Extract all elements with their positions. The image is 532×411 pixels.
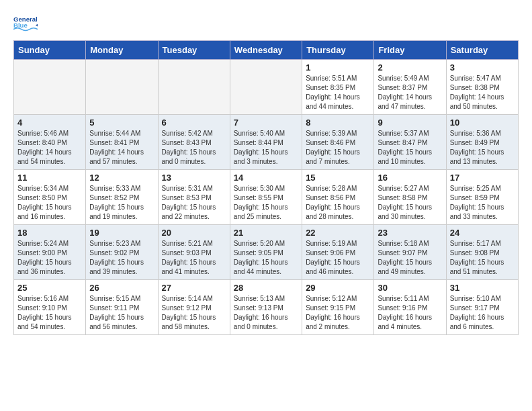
- calendar-cell-31: 31Sunrise: 5:10 AM Sunset: 9:17 PM Dayli…: [446, 280, 518, 335]
- calendar-header-row: SundayMondayTuesdayWednesdayThursdayFrid…: [14, 41, 519, 60]
- day-number: 29: [306, 283, 370, 293]
- calendar-cell-15: 15Sunrise: 5:28 AM Sunset: 8:56 PM Dayli…: [302, 170, 374, 225]
- day-info: Sunrise: 5:49 AM Sunset: 8:37 PM Dayligh…: [378, 74, 442, 111]
- calendar-cell-27: 27Sunrise: 5:14 AM Sunset: 9:12 PM Dayli…: [158, 280, 230, 335]
- day-info: Sunrise: 5:14 AM Sunset: 9:12 PM Dayligh…: [162, 294, 226, 332]
- day-number: 11: [17, 173, 82, 183]
- day-number: 12: [89, 173, 154, 183]
- calendar-cell-24: 24Sunrise: 5:17 AM Sunset: 9:08 PM Dayli…: [446, 225, 518, 280]
- calendar-weekday-saturday: Saturday: [446, 41, 518, 60]
- day-info: Sunrise: 5:30 AM Sunset: 8:55 PM Dayligh…: [234, 184, 298, 222]
- calendar-cell-17: 17Sunrise: 5:25 AM Sunset: 8:59 PM Dayli…: [446, 170, 518, 225]
- day-info: Sunrise: 5:25 AM Sunset: 8:59 PM Dayligh…: [450, 184, 515, 222]
- calendar-weekday-friday: Friday: [374, 41, 446, 60]
- day-info: Sunrise: 5:11 AM Sunset: 9:16 PM Dayligh…: [378, 294, 442, 332]
- calendar-weekday-sunday: Sunday: [14, 41, 86, 60]
- calendar-cell-29: 29Sunrise: 5:12 AM Sunset: 9:15 PM Dayli…: [302, 280, 374, 335]
- day-info: Sunrise: 5:51 AM Sunset: 8:35 PM Dayligh…: [306, 74, 370, 111]
- calendar-cell-10: 10Sunrise: 5:36 AM Sunset: 8:49 PM Dayli…: [446, 115, 518, 170]
- day-info: Sunrise: 5:40 AM Sunset: 8:44 PM Dayligh…: [234, 129, 298, 167]
- day-number: 19: [89, 228, 154, 238]
- page-header: General Blue: [13, 11, 519, 35]
- day-number: 21: [234, 228, 298, 238]
- day-number: 30: [378, 283, 442, 293]
- calendar-cell-19: 19Sunrise: 5:23 AM Sunset: 9:02 PM Dayli…: [86, 225, 158, 280]
- calendar-cell-22: 22Sunrise: 5:19 AM Sunset: 9:06 PM Dayli…: [302, 225, 374, 280]
- day-number: 1: [306, 62, 370, 73]
- day-number: 10: [450, 118, 515, 128]
- calendar-cell-13: 13Sunrise: 5:31 AM Sunset: 8:53 PM Dayli…: [158, 170, 230, 225]
- calendar-cell-9: 9Sunrise: 5:37 AM Sunset: 8:47 PM Daylig…: [374, 115, 446, 170]
- day-number: 2: [378, 62, 442, 73]
- day-number: 16: [378, 173, 442, 183]
- day-info: Sunrise: 5:37 AM Sunset: 8:47 PM Dayligh…: [378, 129, 442, 167]
- calendar-cell-20: 20Sunrise: 5:21 AM Sunset: 9:03 PM Dayli…: [158, 225, 230, 280]
- day-info: Sunrise: 5:16 AM Sunset: 9:10 PM Dayligh…: [17, 294, 82, 332]
- calendar-weekday-monday: Monday: [86, 41, 158, 60]
- day-number: 17: [450, 173, 515, 183]
- calendar-cell-12: 12Sunrise: 5:33 AM Sunset: 8:52 PM Dayli…: [86, 170, 158, 225]
- day-info: Sunrise: 5:34 AM Sunset: 8:50 PM Dayligh…: [17, 184, 82, 222]
- calendar-weekday-wednesday: Wednesday: [230, 41, 302, 60]
- calendar-week-5: 25Sunrise: 5:16 AM Sunset: 9:10 PM Dayli…: [14, 280, 519, 335]
- calendar-cell-28: 28Sunrise: 5:13 AM Sunset: 9:13 PM Dayli…: [230, 280, 302, 335]
- calendar-cell-1: 1Sunrise: 5:51 AM Sunset: 8:35 PM Daylig…: [302, 60, 374, 115]
- calendar-cell-18: 18Sunrise: 5:24 AM Sunset: 9:00 PM Dayli…: [14, 225, 86, 280]
- day-info: Sunrise: 5:33 AM Sunset: 8:52 PM Dayligh…: [89, 184, 154, 222]
- calendar-cell-5: 5Sunrise: 5:44 AM Sunset: 8:41 PM Daylig…: [86, 115, 158, 170]
- calendar-cell-empty-0-0: [14, 60, 86, 115]
- day-info: Sunrise: 5:12 AM Sunset: 9:15 PM Dayligh…: [306, 294, 370, 332]
- day-number: 28: [234, 283, 298, 293]
- day-number: 6: [162, 118, 226, 128]
- logo-icon: General Blue: [13, 11, 38, 35]
- day-info: Sunrise: 5:31 AM Sunset: 8:53 PM Dayligh…: [162, 184, 226, 222]
- calendar-cell-empty-0-1: [86, 60, 158, 115]
- day-number: 22: [306, 228, 370, 238]
- day-info: Sunrise: 5:44 AM Sunset: 8:41 PM Dayligh…: [89, 129, 154, 167]
- calendar-cell-14: 14Sunrise: 5:30 AM Sunset: 8:55 PM Dayli…: [230, 170, 302, 225]
- calendar-cell-11: 11Sunrise: 5:34 AM Sunset: 8:50 PM Dayli…: [14, 170, 86, 225]
- calendar-cell-empty-0-3: [230, 60, 302, 115]
- day-number: 15: [306, 173, 370, 183]
- day-number: 31: [450, 283, 515, 293]
- day-info: Sunrise: 5:10 AM Sunset: 9:17 PM Dayligh…: [450, 294, 515, 332]
- day-number: 23: [378, 228, 442, 238]
- day-info: Sunrise: 5:19 AM Sunset: 9:06 PM Dayligh…: [306, 239, 370, 277]
- day-number: 9: [378, 118, 442, 128]
- day-info: Sunrise: 5:15 AM Sunset: 9:11 PM Dayligh…: [89, 294, 154, 332]
- day-info: Sunrise: 5:28 AM Sunset: 8:56 PM Dayligh…: [306, 184, 370, 222]
- day-info: Sunrise: 5:39 AM Sunset: 8:46 PM Dayligh…: [306, 129, 370, 167]
- calendar-cell-empty-0-2: [158, 60, 230, 115]
- calendar-cell-30: 30Sunrise: 5:11 AM Sunset: 9:16 PM Dayli…: [374, 280, 446, 335]
- calendar-cell-23: 23Sunrise: 5:18 AM Sunset: 9:07 PM Dayli…: [374, 225, 446, 280]
- calendar-week-2: 4Sunrise: 5:46 AM Sunset: 8:40 PM Daylig…: [14, 115, 519, 170]
- day-number: 8: [306, 118, 370, 128]
- calendar-cell-8: 8Sunrise: 5:39 AM Sunset: 8:46 PM Daylig…: [302, 115, 374, 170]
- day-number: 26: [89, 283, 154, 293]
- day-number: 13: [162, 173, 226, 183]
- calendar-week-1: 1Sunrise: 5:51 AM Sunset: 8:35 PM Daylig…: [14, 60, 519, 115]
- day-info: Sunrise: 5:23 AM Sunset: 9:02 PM Dayligh…: [89, 239, 154, 277]
- day-info: Sunrise: 5:21 AM Sunset: 9:03 PM Dayligh…: [162, 239, 226, 277]
- day-info: Sunrise: 5:47 AM Sunset: 8:38 PM Dayligh…: [450, 74, 515, 111]
- calendar-week-3: 11Sunrise: 5:34 AM Sunset: 8:50 PM Dayli…: [14, 170, 519, 225]
- calendar-cell-7: 7Sunrise: 5:40 AM Sunset: 8:44 PM Daylig…: [230, 115, 302, 170]
- day-info: Sunrise: 5:20 AM Sunset: 9:05 PM Dayligh…: [234, 239, 298, 277]
- calendar-week-4: 18Sunrise: 5:24 AM Sunset: 9:00 PM Dayli…: [14, 225, 519, 280]
- day-info: Sunrise: 5:18 AM Sunset: 9:07 PM Dayligh…: [378, 239, 442, 277]
- day-info: Sunrise: 5:13 AM Sunset: 9:13 PM Dayligh…: [234, 294, 298, 332]
- day-number: 20: [162, 228, 226, 238]
- day-info: Sunrise: 5:17 AM Sunset: 9:08 PM Dayligh…: [450, 239, 515, 277]
- calendar-cell-6: 6Sunrise: 5:42 AM Sunset: 8:43 PM Daylig…: [158, 115, 230, 170]
- day-info: Sunrise: 5:36 AM Sunset: 8:49 PM Dayligh…: [450, 129, 515, 167]
- day-number: 24: [450, 228, 515, 238]
- day-number: 7: [234, 118, 298, 128]
- calendar-table: SundayMondayTuesdayWednesdayThursdayFrid…: [13, 40, 519, 335]
- calendar-cell-2: 2Sunrise: 5:49 AM Sunset: 8:37 PM Daylig…: [374, 60, 446, 115]
- day-number: 14: [234, 173, 298, 183]
- day-info: Sunrise: 5:42 AM Sunset: 8:43 PM Dayligh…: [162, 129, 226, 167]
- day-number: 4: [17, 118, 82, 128]
- day-number: 3: [450, 62, 515, 73]
- day-info: Sunrise: 5:24 AM Sunset: 9:00 PM Dayligh…: [17, 239, 82, 277]
- logo: General Blue: [13, 11, 38, 35]
